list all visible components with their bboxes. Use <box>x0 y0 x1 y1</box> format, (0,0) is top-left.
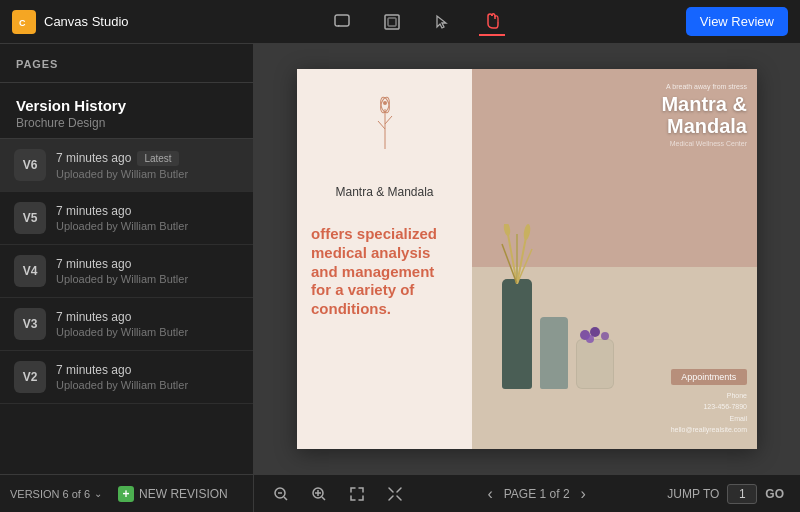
svg-point-20 <box>601 332 609 340</box>
vase-jar <box>576 339 614 389</box>
pointer-tool[interactable] <box>429 9 455 35</box>
version-time-row-v6: 7 minutes ago Latest <box>56 151 239 166</box>
svg-line-28 <box>322 497 325 500</box>
brochure-tagline: offers specialized medical analysis and … <box>311 225 458 319</box>
photo-title-line1: Mantra & <box>661 93 747 115</box>
version-time-row-v3: 7 minutes ago <box>56 310 239 324</box>
zoom-in-button[interactable] <box>308 483 330 505</box>
prev-page-button[interactable]: ‹ <box>484 482 495 506</box>
toolbar-actions: View Review <box>686 7 788 36</box>
svg-rect-4 <box>388 18 396 26</box>
jar-flowers-icon <box>577 327 613 351</box>
svg-point-16 <box>503 224 511 236</box>
frame-tool[interactable] <box>379 9 405 35</box>
svg-rect-3 <box>385 15 399 29</box>
toolbar: C Canvas Studio <box>0 0 800 44</box>
phone-label: Phone <box>727 392 747 399</box>
plus-icon: + <box>118 486 134 502</box>
svg-point-21 <box>586 335 594 343</box>
photo-text-top: A breath away from stress Mantra & Manda… <box>661 83 747 147</box>
svg-point-17 <box>523 224 532 240</box>
photo-title-line2: Mandala <box>667 115 747 137</box>
version-item-v2[interactable]: V2 7 minutes ago Uploaded by William But… <box>0 351 253 404</box>
version-uploader-v3: Uploaded by William Butler <box>56 326 239 338</box>
version-time-v3: 7 minutes ago <box>56 310 131 324</box>
version-item-v6[interactable]: V6 7 minutes ago Latest Uploaded by Will… <box>0 139 253 192</box>
canvas-container: Mantra & Mandala offers specialized medi… <box>254 44 800 474</box>
fit-button[interactable] <box>346 483 368 505</box>
version-list: V6 7 minutes ago Latest Uploaded by Will… <box>0 139 253 474</box>
canvas-footer-right: JUMP TO GO <box>667 484 784 504</box>
photo-subtitle: A breath away from stress <box>661 83 747 90</box>
contact-info: Phone 123-456-7890 Email hello@reallyrea… <box>671 390 747 435</box>
view-review-button[interactable]: View Review <box>686 7 788 36</box>
new-revision-button[interactable]: + NEW REVISION <box>112 482 234 506</box>
chevron-down-icon[interactable]: ⌄ <box>94 488 102 499</box>
version-indicator: VERSION 6 of 6 ⌄ <box>10 488 102 500</box>
version-time-row-v2: 7 minutes ago <box>56 363 239 377</box>
vase-container <box>502 279 614 389</box>
new-revision-label: NEW REVISION <box>139 487 228 501</box>
version-uploader-v6: Uploaded by William Butler <box>56 168 239 180</box>
version-uploader-v5: Uploaded by William Butler <box>56 220 239 232</box>
version-badge-v2: V2 <box>14 361 46 393</box>
version-info-v3: 7 minutes ago Uploaded by William Butler <box>56 310 239 338</box>
version-history-header: Version History Brochure Design <box>0 83 253 139</box>
version-item-v3[interactable]: V3 7 minutes ago Uploaded by William But… <box>0 298 253 351</box>
version-time-v5: 7 minutes ago <box>56 204 131 218</box>
version-time-v4: 7 minutes ago <box>56 257 131 271</box>
photo-appointments: Appointments Phone 123-456-7890 Email he… <box>671 369 747 435</box>
app-logo: C Canvas Studio <box>12 10 129 34</box>
version-badge-v4: V4 <box>14 255 46 287</box>
svg-line-24 <box>284 497 287 500</box>
expand-button[interactable] <box>384 483 406 505</box>
version-info-v2: 7 minutes ago Uploaded by William Butler <box>56 363 239 391</box>
svg-line-6 <box>378 121 385 129</box>
brochure-right-panel: A breath away from stress Mantra & Manda… <box>472 69 757 449</box>
hand-tool[interactable] <box>479 8 505 36</box>
next-page-button[interactable]: › <box>578 482 589 506</box>
tool-group <box>149 8 686 36</box>
brochure-left-panel: Mantra & Mandala offers specialized medi… <box>297 69 472 449</box>
comment-tool[interactable] <box>329 9 355 35</box>
vase-short <box>540 317 568 389</box>
version-time-row-v4: 7 minutes ago <box>56 257 239 271</box>
canvas-footer-center: ‹ PAGE 1 of 2 › <box>484 482 588 506</box>
svg-line-14 <box>502 244 517 284</box>
photo-title: Mantra & Mandala <box>661 93 747 137</box>
svg-point-10 <box>383 101 387 105</box>
email-label: Email <box>729 415 747 422</box>
version-uploader-v4: Uploaded by William Butler <box>56 273 239 285</box>
main-area: PAGES Version History Brochure Design V6… <box>0 44 800 512</box>
version-badge-v6: V6 <box>14 149 46 181</box>
version-time-v2: 7 minutes ago <box>56 363 131 377</box>
appointments-label: Appointments <box>671 369 747 385</box>
version-item-v5[interactable]: V5 7 minutes ago Uploaded by William But… <box>0 192 253 245</box>
svg-rect-2 <box>335 15 349 26</box>
version-badge-v3: V3 <box>14 308 46 340</box>
brochure-flower-icon <box>311 89 458 155</box>
brochure-brand-name: Mantra & Mandala <box>311 185 458 199</box>
brochure-design: Mantra & Mandala offers specialized medi… <box>297 69 757 449</box>
canvas-footer: ‹ PAGE 1 of 2 › JUMP TO GO <box>254 474 800 512</box>
version-info-v6: 7 minutes ago Latest Uploaded by William… <box>56 151 239 180</box>
pages-label: PAGES <box>16 58 58 70</box>
version-info-v5: 7 minutes ago Uploaded by William Butler <box>56 204 239 232</box>
version-item-v4[interactable]: V4 7 minutes ago Uploaded by William But… <box>0 245 253 298</box>
version-uploader-v2: Uploaded by William Butler <box>56 379 239 391</box>
grass-icon <box>497 224 537 288</box>
photo-center-name: Medical Wellness Center <box>661 140 747 147</box>
svg-line-7 <box>385 116 392 124</box>
zoom-out-button[interactable] <box>270 483 292 505</box>
jump-to-label: JUMP TO <box>667 487 719 501</box>
sidebar-bottom-bar: VERSION 6 of 6 ⌄ + NEW REVISION <box>0 474 253 512</box>
vase-tall <box>502 279 532 389</box>
version-time-row-v5: 7 minutes ago <box>56 204 239 218</box>
phone-number: 123-456-7890 <box>703 403 747 410</box>
svg-line-11 <box>507 229 517 284</box>
canvas-area: Mantra & Mandala offers specialized medi… <box>254 44 800 512</box>
logo-icon: C <box>12 10 36 34</box>
go-button[interactable]: GO <box>765 487 784 501</box>
latest-badge: Latest <box>137 151 178 166</box>
jump-to-input[interactable] <box>727 484 757 504</box>
